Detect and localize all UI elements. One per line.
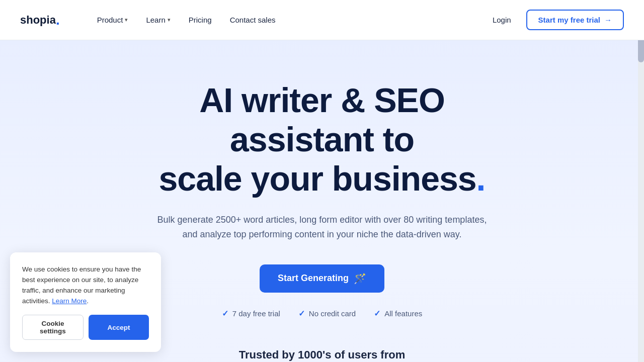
wand-icon: 🪄 bbox=[354, 273, 366, 285]
feature-item-card: ✓ No credit card bbox=[298, 309, 356, 318]
trial-arrow-icon: → bbox=[604, 16, 612, 24]
hero-title: AI writer & SEO assistant to scale your … bbox=[126, 80, 518, 199]
logo-dot: . bbox=[56, 13, 60, 27]
cookie-settings-button[interactable]: Cookie settings bbox=[22, 315, 84, 340]
feature-item-trial: ✓ 7 day free trial bbox=[222, 309, 280, 318]
product-label: Product bbox=[97, 16, 123, 24]
scrollbar[interactable] bbox=[638, 0, 644, 362]
logo-text: shopia bbox=[20, 14, 56, 27]
cookie-buttons: Cookie settings Accept bbox=[22, 315, 149, 340]
feature-item-features: ✓ All features bbox=[374, 309, 422, 318]
trial-button[interactable]: Start my free trial → bbox=[526, 10, 624, 30]
logo[interactable]: shopia. bbox=[20, 13, 60, 27]
check-icon-features: ✓ bbox=[374, 309, 380, 318]
learn-chevron-icon: ▾ bbox=[168, 17, 171, 23]
trusted-text: Trusted by 1000's of users from bbox=[239, 348, 405, 361]
hero-title-line1: AI writer & SEO assistant to bbox=[199, 81, 445, 158]
hero-title-line2: scale your business bbox=[159, 159, 476, 198]
cookie-banner: We use cookies to ensure you have the be… bbox=[10, 252, 161, 352]
hero-title-dot: . bbox=[476, 159, 486, 198]
nav-right: Login Start my free trial → bbox=[486, 10, 624, 30]
cookie-text: We use cookies to ensure you have the be… bbox=[22, 264, 149, 307]
cookie-period: . bbox=[87, 297, 89, 305]
feature-card-label: No credit card bbox=[309, 309, 356, 318]
nav-item-contact[interactable]: Contact sales bbox=[223, 12, 283, 28]
hero-subtitle: Bulk generate 2500+ word articles, long … bbox=[151, 213, 493, 242]
nav-item-product[interactable]: Product ▾ bbox=[90, 12, 135, 28]
cookie-learn-more-link[interactable]: Learn More bbox=[52, 297, 87, 305]
start-btn-label: Start Generating bbox=[278, 273, 349, 284]
contact-label: Contact sales bbox=[230, 16, 276, 24]
nav-item-learn[interactable]: Learn ▾ bbox=[139, 12, 177, 28]
feature-features-label: All features bbox=[384, 309, 422, 318]
login-button[interactable]: Login bbox=[486, 12, 518, 28]
learn-label: Learn bbox=[146, 16, 165, 24]
nav-links: Product ▾ Learn ▾ Pricing Contact sales bbox=[90, 12, 486, 28]
start-generating-button[interactable]: Start Generating 🪄 bbox=[260, 264, 384, 293]
pricing-label: Pricing bbox=[189, 16, 212, 24]
trial-button-label: Start my free trial bbox=[538, 16, 600, 24]
cookie-accept-button[interactable]: Accept bbox=[89, 315, 149, 340]
nav-item-pricing[interactable]: Pricing bbox=[182, 12, 219, 28]
check-icon-trial: ✓ bbox=[222, 309, 228, 318]
product-chevron-icon: ▾ bbox=[125, 17, 128, 23]
feature-checks: ✓ 7 day free trial ✓ No credit card ✓ Al… bbox=[222, 309, 422, 318]
feature-trial-label: 7 day free trial bbox=[232, 309, 280, 318]
check-icon-card: ✓ bbox=[298, 309, 305, 318]
navbar: shopia. Product ▾ Learn ▾ Pricing Contac… bbox=[0, 0, 644, 40]
